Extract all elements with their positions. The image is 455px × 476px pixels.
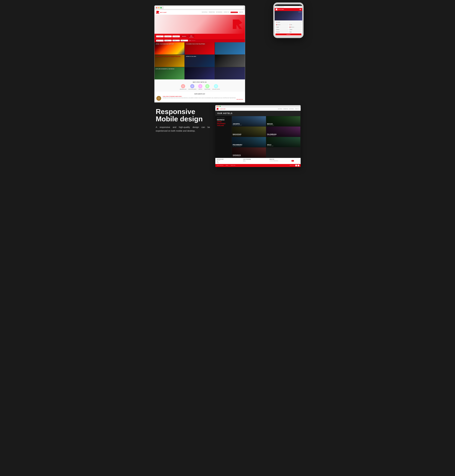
phone-checkout-field[interactable]: Check out [289, 26, 301, 28]
country-philippines[interactable]: PHILIPPINES [217, 123, 230, 125]
nav-promotions[interactable]: PROMOTIONS [209, 12, 215, 13]
dest-cell-2[interactable]: IT IS MORE FUN IN THE PHILIPPINES [185, 42, 215, 54]
country-indonesia[interactable]: INDONESIA [217, 119, 230, 121]
dest-cell-3[interactable] [215, 42, 245, 54]
hotel-overlay-palembang: PALEMBANG RED PLANET PALEMBANG [266, 127, 300, 137]
footer-terms-use[interactable]: TERMS OF USE [231, 165, 235, 166]
newsletter-input[interactable] [269, 160, 291, 162]
footer-about-contact[interactable]: CONTACT [217, 162, 241, 163]
dest-overlay-6 [215, 55, 245, 67]
hotel-city-pekanbaru: PEKANBARU [233, 144, 265, 146]
phone-hero: ENGLISH [275, 11, 302, 20]
rooms-field[interactable]: Room(s) [164, 40, 172, 41]
dest-cell-6[interactable] [215, 55, 245, 67]
phone-field-row-country: Country [276, 21, 301, 23]
nav-english[interactable]: ENGLISH [239, 12, 243, 13]
dest-cell-5[interactable]: JAPAN IS CALLING! [185, 55, 215, 67]
footer-about-news[interactable]: NEWS [217, 162, 241, 162]
hotel-overlay-surabaya: SURABAYA RED PLANET SURABAYA [232, 148, 266, 158]
dest-cell-7[interactable]: EXPLORE WONDERFUL INDONESIA [154, 67, 184, 79]
hamburger-line2 [300, 9, 301, 10]
country-field[interactable]: ◉ Country [156, 35, 163, 37]
checkin-label: Check in [166, 36, 170, 37]
city-label: City [158, 40, 160, 41]
h-nav-my-bookings[interactable]: MY BOOKINGS [289, 109, 294, 109]
tonight-row: Tonight Tomorrow [189, 40, 195, 41]
phone-refresh-icon[interactable]: ↻ [301, 7, 301, 8]
phone-country-field[interactable]: Country [276, 21, 301, 23]
phone-tomorrow-label: Tomorrow [276, 32, 280, 32]
footer-col-loyalty: LOYALTY PROGRAMME SIGN UP BENEFITS [243, 159, 268, 163]
instagram-icon[interactable]: ● [298, 165, 299, 166]
footer-bottom: TERMS & CONDITIONS | PRIVACY | TERMS OF … [215, 164, 301, 167]
hotel-card-bekasi[interactable]: BEKASI RED PLANET BEKASI [266, 116, 300, 126]
phone-hamburger-icon[interactable] [300, 9, 301, 10]
footer-loyalty-signup[interactable]: SIGN UP [243, 160, 268, 161]
phone-city-field[interactable]: City [289, 24, 301, 26]
checkin-field[interactable]: ▦ Check in [164, 35, 172, 37]
country-japan[interactable]: JAPAN [217, 121, 230, 123]
h-nav-our-hotels[interactable]: OUR HOTELS [278, 109, 282, 109]
phone-url-bar: preview.redplanethotels.com [276, 6, 300, 8]
newsletter-row: OK [269, 160, 294, 162]
footer-r-logo-icon [296, 159, 299, 163]
h-nav-contact-us[interactable]: CONTACT US [295, 109, 299, 109]
footer-loyalty-title: LOYALTY PROGRAMME [243, 159, 268, 160]
facebook-icon[interactable]: f [295, 165, 297, 166]
phone-lang[interactable]: ENGLISH [299, 11, 301, 12]
location-label: EXCELLENT LOCATION [212, 89, 220, 90]
hotel-overlay-makassar: MAKASSAR RED PLANET MAKASSAR [232, 127, 266, 137]
phone-tomorrow-field[interactable]: Tomorrow [276, 31, 288, 33]
nav-contact-us[interactable]: CONTACT US [224, 12, 229, 13]
kids-field[interactable]: Kid(s) [180, 40, 188, 41]
site-nav: RED PLANET OUR HOTELS PROMOTIONS MY BOOK… [154, 10, 245, 15]
hotel-card-palembang[interactable]: PALEMBANG RED PLANET PALEMBANG [266, 127, 300, 137]
phone-field-row-tonight: Tonight Check out [276, 26, 301, 28]
hotel-card-jakarta[interactable]: JAKARTA RED PLANET JAKARTA CITY [232, 116, 266, 126]
checkout-label: Check out [175, 36, 178, 37]
phone-tonight-field[interactable]: Tonight [276, 26, 288, 28]
dest-cell-8[interactable] [185, 67, 215, 79]
footer-links: TERMS & CONDITIONS | PRIVACY | TERMS OF … [217, 165, 235, 166]
adults-field[interactable]: Adult(s) [172, 40, 180, 41]
hamburger-line3 [300, 10, 301, 10]
hotel-card-makassar[interactable]: MAKASSAR RED PLANET MAKASSAR [232, 127, 266, 137]
nav-our-hotels[interactable]: OUR HOTELS [202, 12, 207, 13]
newsletter-submit[interactable]: OK [292, 160, 294, 162]
browser-close-dot [156, 7, 157, 8]
footer-about-jobs[interactable]: JOBS [217, 161, 241, 162]
footer-privacy[interactable]: PRIVACY [226, 165, 228, 166]
phone-search-form: Country Check in City [275, 20, 302, 36]
dest-overlay-4: EXPERIENCE THE LAND OF SMILES THAILAND [154, 55, 184, 67]
phone-status-icons: ▲ ● ● [299, 5, 301, 6]
guest-review: "COOL STAY AT THE RED PLANET HOTEL" Comf… [156, 96, 243, 101]
footer-terms[interactable]: TERMS & CONDITIONS [217, 165, 223, 166]
h-nav-promotions[interactable]: PROMOTIONS [283, 109, 288, 109]
phone-rooms-field[interactable]: Room(s) [276, 29, 288, 31]
hotel-card-pekanbaru[interactable]: PEKANBARU RED PLANET PEKANBARU [232, 137, 266, 147]
footer-loyalty-items: SIGN UP BENEFITS [243, 160, 268, 162]
footer-loyalty-benefits[interactable]: BENEFITS [243, 161, 268, 162]
browser-url-bar[interactable] [163, 7, 244, 9]
search-button[interactable]: SEARCH [180, 35, 188, 37]
phone-search-button[interactable]: SEARCH [276, 33, 301, 35]
city-field[interactable]: ◉ City [156, 40, 163, 42]
why-stay-title: WHY STAY WITH US [156, 82, 244, 83]
dest-cell-9[interactable] [215, 67, 245, 79]
hotel-city-palembang: PALEMBANG [267, 134, 300, 135]
hotel-card-surabaya[interactable]: SURABAYA RED PLANET SURABAYA [232, 148, 266, 158]
phone-country-label: Country [277, 22, 280, 23]
dest-cell-4[interactable]: EXPERIENCE THE LAND OF SMILES THAILAND [154, 55, 184, 67]
phone-checkin-field[interactable]: Check in [276, 24, 288, 26]
dest-cell-1[interactable]: SPEND YOUR WEEKEND WITH US! [154, 42, 184, 54]
footer-about-corporate[interactable]: CORPORATE [217, 160, 241, 161]
phone-kids-field[interactable]: Kid(s) [289, 31, 301, 33]
country-thailand[interactable]: THAILAND [217, 125, 230, 126]
logo-r-icon [156, 11, 159, 14]
nav-my-account[interactable]: MY ACCOUNT [231, 12, 238, 13]
hotel-card-solo[interactable]: SOLO RED PLANET SOLO [266, 137, 300, 147]
dest-text-4: EXPERIENCE THE LAND OF SMILES THAILAND [156, 56, 180, 57]
phone-adults-field[interactable]: Adult(s) [289, 29, 301, 31]
checkout-field[interactable]: ▦ Check out [172, 35, 180, 37]
nav-my-bookings[interactable]: MY BOOKINGS [216, 12, 222, 13]
